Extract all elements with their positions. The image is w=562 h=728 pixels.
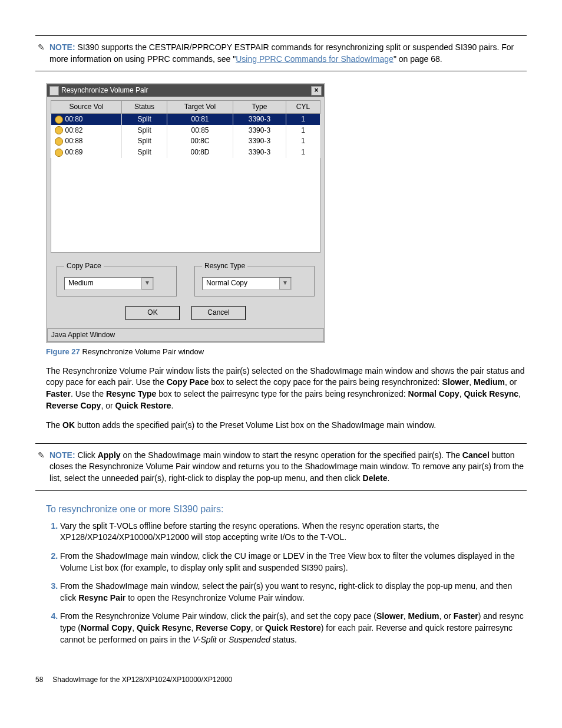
note-icon: ✎ — [38, 450, 45, 460]
note-block-2: ✎ NOTE: Click Apply on the ShadowImage m… — [35, 443, 527, 491]
note-text: NOTE: SI390 supports the CESTPAIR/PPRCOP… — [49, 42, 527, 65]
resync-type-value: Normal Copy — [203, 278, 279, 288]
resync-type-combo[interactable]: Normal Copy ▼ — [202, 277, 292, 290]
col-source-vol[interactable]: Source Vol — [51, 100, 122, 113]
volume-icon — [55, 126, 63, 134]
volume-icon — [55, 137, 63, 146]
dialog-statusbar: Java Applet Window — [47, 328, 324, 342]
dialog-title: Resynchronize Volume Pair — [61, 85, 148, 95]
note-icon: ✎ — [38, 42, 45, 52]
note-block-1: ✎ NOTE: SI390 supports the CESTPAIR/PPRC… — [35, 35, 527, 71]
note-text: NOTE: Click Apply on the ShadowImage mai… — [49, 450, 527, 485]
table-row[interactable]: 00:80 Split00:81 3390-31 — [51, 113, 320, 124]
step-2: From the ShadowImage main window, click … — [60, 551, 527, 574]
copy-pace-value: Medium — [65, 278, 141, 288]
paragraph-description: The Resynchronize Volume Pair window lis… — [46, 365, 527, 411]
cancel-button[interactable]: Cancel — [191, 306, 246, 320]
ok-button[interactable]: OK — [125, 306, 180, 320]
note-label: NOTE: — [49, 450, 75, 460]
dialog-titlebar: Resynchronize Volume Pair × — [47, 84, 324, 97]
pprc-link[interactable]: Using PPRC Commands for ShadowImage — [236, 54, 394, 64]
table-row[interactable]: 00:88 Split00:8C 3390-31 — [51, 136, 320, 147]
col-target-vol[interactable]: Target Vol — [167, 100, 233, 113]
steps-list: Vary the split T-VOLs offline before sta… — [46, 521, 527, 645]
table-row[interactable]: 00:82 Split00:85 3390-31 — [51, 125, 320, 136]
page-number: 58 — [35, 675, 43, 685]
step-1: Vary the split T-VOLs offline before sta… — [60, 521, 527, 543]
figure-caption: Figure 27 Resynchronize Volume Pair wind… — [46, 347, 527, 357]
resync-type-legend: Resync Type — [202, 261, 247, 271]
chevron-down-icon[interactable]: ▼ — [279, 278, 291, 289]
note-label: NOTE: — [49, 42, 75, 52]
paragraph-ok: The OK button adds the specified pair(s)… — [46, 420, 527, 431]
step-3: From the ShadowImage main window, select… — [60, 581, 527, 604]
footer-title: ShadowImage for the XP128/XP1024/XP10000… — [52, 675, 232, 685]
table-empty-area — [51, 158, 320, 253]
table-row[interactable]: 00:89 Split00:8D 3390-31 — [51, 147, 320, 158]
resync-dialog: Resynchronize Volume Pair × Source Vol S… — [46, 83, 325, 342]
volume-icon — [55, 116, 63, 124]
figure-label: Figure 27 — [46, 347, 80, 356]
chevron-down-icon[interactable]: ▼ — [141, 278, 153, 289]
col-cyl[interactable]: CYL — [286, 100, 320, 113]
volume-pair-table[interactable]: Source Vol Status Target Vol Type CYL 00… — [51, 100, 320, 158]
col-type[interactable]: Type — [233, 100, 286, 113]
page-footer: 58 ShadowImage for the XP128/XP1024/XP10… — [35, 675, 527, 685]
dialog-app-icon — [49, 86, 59, 95]
step-4: From the Resynchronize Volume Pair windo… — [60, 611, 527, 645]
col-status[interactable]: Status — [122, 100, 167, 113]
volume-icon — [55, 149, 63, 157]
figure-27: Resynchronize Volume Pair × Source Vol S… — [35, 83, 527, 342]
copy-pace-legend: Copy Pace — [64, 261, 104, 271]
close-icon[interactable]: × — [311, 86, 322, 95]
copy-pace-combo[interactable]: Medium ▼ — [64, 277, 154, 290]
resync-type-group: Resync Type Normal Copy ▼ — [194, 261, 315, 297]
copy-pace-group: Copy Pace Medium ▼ — [57, 261, 177, 297]
table-header-row: Source Vol Status Target Vol Type CYL — [51, 100, 320, 113]
section-heading: To resynchronize one or more SI390 pairs… — [46, 503, 527, 516]
